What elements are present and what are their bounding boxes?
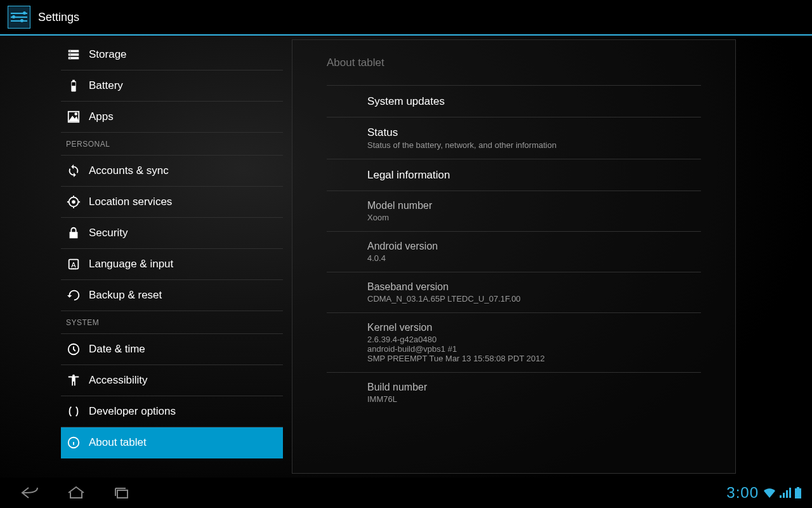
main-content: Storage Battery Apps PERSONAL Account	[0, 36, 812, 478]
sidebar-item-datetime[interactable]: Date & time	[61, 334, 283, 365]
settings-app-icon	[8, 6, 30, 29]
detail-panel: About tablet System updates Status Statu…	[292, 39, 736, 474]
detail-item-baseband: Baseband version CDMA_N_03.1A.65P LTEDC_…	[327, 272, 701, 313]
sidebar-item-apps[interactable]: Apps	[61, 102, 283, 133]
detail-item-model: Model number Xoom	[327, 191, 701, 232]
detail-item-value: IMM76L	[367, 394, 701, 404]
sidebar-item-label: Location services	[89, 196, 172, 208]
detail-item-value: 4.0.4	[367, 253, 701, 263]
sidebar-item-label: Accessibility	[89, 374, 148, 387]
security-icon	[66, 225, 81, 241]
wifi-icon	[763, 487, 776, 498]
sidebar-item-security[interactable]: Security	[61, 218, 283, 249]
svg-point-9	[72, 200, 75, 204]
detail-item-value: Xoom	[367, 213, 701, 222]
sidebar-item-label: About tablet	[89, 436, 147, 449]
sidebar-item-backup[interactable]: Backup & reset	[61, 280, 283, 311]
detail-item-title: Status	[367, 126, 701, 139]
detail-item-kernel: Kernel version 2.6.39.4-g42a0480 android…	[327, 313, 701, 373]
language-icon: A	[66, 257, 81, 272]
sidebar-item-location[interactable]: Location services	[61, 187, 283, 218]
sidebar-item-accounts-sync[interactable]: Accounts & sync	[61, 156, 283, 187]
detail-item-value: CDMA_N_03.1A.65P LTEDC_U_07.1F.00	[367, 294, 701, 304]
about-icon	[66, 435, 81, 450]
svg-point-8	[75, 113, 77, 115]
sidebar-header-system: SYSTEM	[61, 311, 283, 334]
detail-item-build: Build number IMM76L	[327, 373, 701, 413]
status-bar[interactable]: 3:00	[726, 484, 802, 502]
recent-apps-button[interactable]	[112, 483, 132, 503]
detail-item-title: System updates	[367, 95, 701, 108]
svg-rect-6	[72, 83, 75, 86]
developer-icon	[66, 404, 81, 419]
sidebar-item-label: Backup & reset	[89, 289, 162, 302]
svg-rect-5	[70, 58, 71, 58]
back-button[interactable]	[20, 483, 41, 503]
datetime-icon	[66, 342, 81, 357]
detail-title: About tablet	[327, 40, 701, 86]
svg-rect-17	[117, 490, 128, 498]
clock: 3:00	[726, 484, 759, 502]
sidebar-item-storage[interactable]: Storage	[61, 39, 283, 70]
location-icon	[66, 194, 81, 210]
battery-status-icon	[794, 487, 802, 498]
sidebar-item-label: Apps	[89, 110, 114, 123]
apps-icon	[66, 109, 81, 124]
svg-rect-3	[70, 51, 71, 51]
svg-rect-18	[795, 488, 801, 498]
backup-icon	[66, 288, 81, 303]
sidebar-item-label: Security	[89, 227, 128, 239]
sidebar-item-battery[interactable]: Battery	[61, 70, 283, 102]
signal-icon	[779, 487, 792, 498]
svg-text:A: A	[71, 261, 76, 269]
svg-rect-4	[70, 55, 71, 55]
sidebar-item-label: Storage	[89, 48, 127, 61]
detail-item-android-version: Android version 4.0.4	[327, 232, 701, 272]
sidebar-item-label: Language & input	[89, 258, 173, 271]
svg-rect-19	[797, 487, 799, 488]
page-title: Settings	[38, 11, 79, 24]
detail-item-value: 2.6.39.4-g42a0480 android-build@vpbs1 #1…	[367, 335, 701, 363]
sidebar-item-label: Date & time	[89, 343, 145, 356]
sidebar-item-developer[interactable]: Developer options	[61, 396, 283, 427]
sidebar-item-language[interactable]: A Language & input	[61, 249, 283, 280]
sync-icon	[66, 163, 81, 178]
sidebar-item-accessibility[interactable]: Accessibility	[61, 365, 283, 396]
detail-item-subtitle: Status of the battery, network, and othe…	[367, 140, 701, 150]
accessibility-icon	[66, 373, 81, 388]
detail-item-title: Model number	[367, 200, 701, 211]
navigation-bar: 3:00	[0, 478, 812, 508]
detail-item-title: Baseband version	[367, 281, 701, 293]
sidebar-item-label: Developer options	[89, 405, 176, 418]
sidebar-header-personal: PERSONAL	[61, 133, 283, 156]
settings-sidebar: Storage Battery Apps PERSONAL Account	[0, 36, 292, 478]
detail-item-title: Kernel version	[367, 322, 701, 333]
battery-icon	[66, 78, 81, 93]
detail-item-status[interactable]: Status Status of the battery, network, a…	[327, 117, 701, 159]
detail-item-legal[interactable]: Legal information	[327, 159, 701, 191]
home-button[interactable]	[66, 483, 86, 503]
action-bar: Settings	[0, 0, 812, 36]
detail-item-system-updates[interactable]: System updates	[327, 86, 701, 117]
storage-icon	[66, 47, 81, 62]
sidebar-item-label: Accounts & sync	[89, 164, 169, 177]
detail-item-title: Build number	[367, 382, 701, 393]
sidebar-item-about[interactable]: About tablet	[61, 427, 283, 458]
detail-item-title: Android version	[367, 241, 701, 252]
sidebar-item-label: Battery	[89, 79, 123, 92]
detail-panel-wrap: About tablet System updates Status Statu…	[292, 36, 812, 478]
detail-item-title: Legal information	[367, 169, 701, 182]
